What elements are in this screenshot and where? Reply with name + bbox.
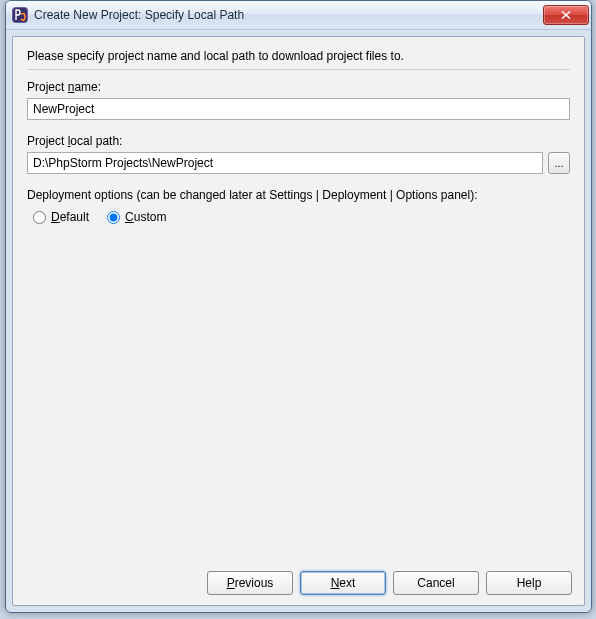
next-button[interactable]: Next: [300, 571, 386, 595]
radio-custom[interactable]: Custom: [107, 210, 166, 224]
close-button[interactable]: [543, 5, 589, 25]
radio-custom-input[interactable]: [107, 211, 120, 224]
app-icon: [12, 7, 28, 23]
help-button[interactable]: Help: [486, 571, 572, 595]
close-icon: [560, 10, 572, 20]
radio-default-label: Default: [51, 210, 89, 224]
button-bar: Previous Next Cancel Help: [13, 563, 584, 605]
deployment-options-label: Deployment options (can be changed later…: [27, 188, 570, 202]
window-title: Create New Project: Specify Local Path: [34, 8, 543, 22]
cancel-button[interactable]: Cancel: [393, 571, 479, 595]
title-bar: Create New Project: Specify Local Path: [6, 1, 591, 30]
radio-default-input[interactable]: [33, 211, 46, 224]
radio-default[interactable]: Default: [33, 210, 89, 224]
project-name-input[interactable]: [27, 98, 570, 120]
project-name-label: Project name:: [27, 80, 570, 94]
browse-button[interactable]: ...: [548, 152, 570, 174]
intro-text: Please specify project name and local pa…: [27, 49, 570, 63]
divider: [27, 69, 570, 70]
client-area: Please specify project name and local pa…: [12, 36, 585, 606]
content-panel: Please specify project name and local pa…: [13, 37, 584, 563]
radio-custom-label: Custom: [125, 210, 166, 224]
dialog-window: Create New Project: Specify Local Path P…: [5, 0, 592, 613]
deployment-options-group: Default Custom: [33, 210, 570, 224]
project-path-label: Project local path:: [27, 134, 570, 148]
previous-button[interactable]: Previous: [207, 571, 293, 595]
project-path-input[interactable]: [27, 152, 543, 174]
